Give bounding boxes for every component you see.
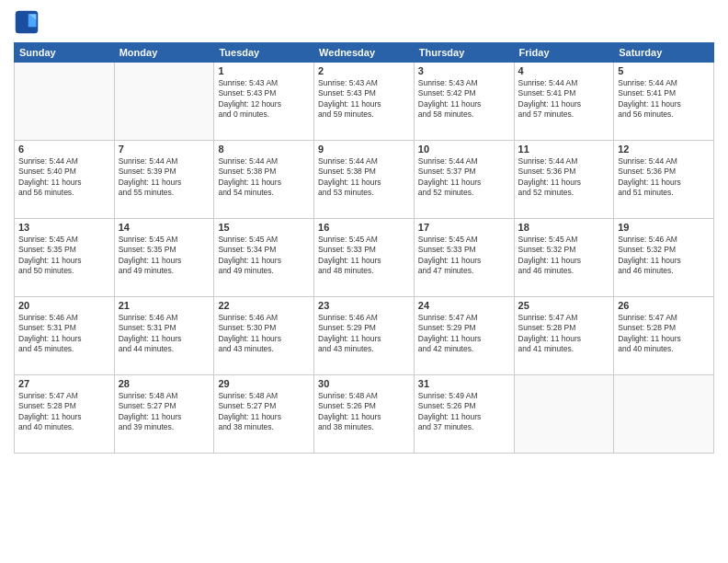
day-info: Sunrise: 5:48 AM Sunset: 5:27 PM Dayligh… — [119, 391, 210, 433]
day-info: Sunrise: 5:44 AM Sunset: 5:36 PM Dayligh… — [618, 156, 710, 199]
day-number: 19 — [618, 222, 710, 233]
calendar-cell: 27Sunrise: 5:47 AM Sunset: 5:28 PM Dayli… — [15, 375, 115, 454]
day-info: Sunrise: 5:44 AM Sunset: 5:37 PM Dayligh… — [418, 156, 510, 199]
day-info: Sunrise: 5:45 AM Sunset: 5:35 PM Dayligh… — [18, 235, 110, 277]
calendar-cell: 12Sunrise: 5:44 AM Sunset: 5:36 PM Dayli… — [614, 141, 714, 219]
calendar-week-5: 27Sunrise: 5:47 AM Sunset: 5:28 PM Dayli… — [15, 375, 714, 454]
day-info: Sunrise: 5:47 AM Sunset: 5:28 PM Dayligh… — [618, 313, 710, 355]
day-number: 9 — [318, 144, 410, 155]
day-info: Sunrise: 5:46 AM Sunset: 5:32 PM Dayligh… — [618, 235, 710, 277]
day-number: 14 — [119, 222, 210, 233]
day-number: 27 — [18, 378, 110, 389]
day-info: Sunrise: 5:45 AM Sunset: 5:34 PM Dayligh… — [218, 235, 310, 277]
weekday-header-monday: Monday — [114, 43, 214, 63]
day-info: Sunrise: 5:46 AM Sunset: 5:31 PM Dayligh… — [18, 313, 110, 355]
day-number: 10 — [418, 144, 510, 155]
day-info: Sunrise: 5:47 AM Sunset: 5:28 PM Dayligh… — [18, 391, 110, 433]
day-number: 28 — [119, 378, 210, 389]
day-number: 11 — [518, 144, 610, 155]
day-number: 12 — [618, 144, 710, 155]
calendar-cell: 9Sunrise: 5:44 AM Sunset: 5:38 PM Daylig… — [314, 141, 415, 219]
calendar-cell: 3Sunrise: 5:43 AM Sunset: 5:42 PM Daylig… — [414, 63, 514, 141]
day-number: 18 — [518, 222, 610, 233]
day-info: Sunrise: 5:43 AM Sunset: 5:43 PM Dayligh… — [318, 78, 410, 121]
day-info: Sunrise: 5:44 AM Sunset: 5:36 PM Dayligh… — [518, 156, 610, 199]
calendar-cell: 25Sunrise: 5:47 AM Sunset: 5:28 PM Dayli… — [514, 297, 614, 375]
day-number: 16 — [318, 222, 410, 233]
calendar-cell: 13Sunrise: 5:45 AM Sunset: 5:35 PM Dayli… — [15, 219, 115, 297]
day-info: Sunrise: 5:45 AM Sunset: 5:35 PM Dayligh… — [119, 235, 210, 277]
calendar-cell: 21Sunrise: 5:46 AM Sunset: 5:31 PM Dayli… — [114, 297, 214, 375]
calendar-cell: 31Sunrise: 5:49 AM Sunset: 5:26 PM Dayli… — [414, 375, 514, 454]
calendar-cell: 4Sunrise: 5:44 AM Sunset: 5:41 PM Daylig… — [514, 63, 614, 141]
day-info: Sunrise: 5:45 AM Sunset: 5:33 PM Dayligh… — [418, 235, 510, 277]
day-number: 1 — [218, 65, 310, 76]
day-number: 21 — [119, 300, 210, 311]
day-number: 29 — [218, 378, 310, 389]
day-info: Sunrise: 5:47 AM Sunset: 5:29 PM Dayligh… — [418, 313, 510, 355]
day-number: 17 — [418, 222, 510, 233]
day-number: 26 — [618, 300, 710, 311]
calendar-cell: 1Sunrise: 5:43 AM Sunset: 5:43 PM Daylig… — [214, 63, 314, 141]
day-info: Sunrise: 5:44 AM Sunset: 5:41 PM Dayligh… — [518, 78, 610, 121]
day-number: 22 — [218, 300, 310, 311]
calendar-cell: 10Sunrise: 5:44 AM Sunset: 5:37 PM Dayli… — [414, 141, 514, 219]
day-info: Sunrise: 5:45 AM Sunset: 5:33 PM Dayligh… — [318, 235, 410, 277]
calendar-cell: 18Sunrise: 5:45 AM Sunset: 5:32 PM Dayli… — [514, 219, 614, 297]
day-info: Sunrise: 5:48 AM Sunset: 5:27 PM Dayligh… — [218, 391, 310, 433]
calendar-cell: 7Sunrise: 5:44 AM Sunset: 5:39 PM Daylig… — [114, 141, 214, 219]
calendar-cell: 30Sunrise: 5:48 AM Sunset: 5:26 PM Dayli… — [314, 375, 415, 454]
day-number: 31 — [418, 378, 510, 389]
day-info: Sunrise: 5:47 AM Sunset: 5:28 PM Dayligh… — [518, 313, 610, 355]
calendar-cell: 24Sunrise: 5:47 AM Sunset: 5:29 PM Dayli… — [414, 297, 514, 375]
calendar-week-1: 1Sunrise: 5:43 AM Sunset: 5:43 PM Daylig… — [15, 63, 714, 141]
weekday-header-sunday: Sunday — [15, 43, 115, 63]
weekday-header-saturday: Saturday — [614, 43, 714, 63]
day-info: Sunrise: 5:46 AM Sunset: 5:29 PM Dayligh… — [318, 313, 410, 355]
calendar-week-4: 20Sunrise: 5:46 AM Sunset: 5:31 PM Dayli… — [15, 297, 714, 375]
day-number: 3 — [418, 65, 510, 76]
calendar-cell: 11Sunrise: 5:44 AM Sunset: 5:36 PM Dayli… — [514, 141, 614, 219]
day-info: Sunrise: 5:44 AM Sunset: 5:38 PM Dayligh… — [218, 156, 310, 199]
day-info: Sunrise: 5:43 AM Sunset: 5:43 PM Dayligh… — [218, 78, 310, 121]
day-info: Sunrise: 5:44 AM Sunset: 5:39 PM Dayligh… — [119, 156, 210, 199]
day-number: 30 — [318, 378, 410, 389]
calendar-cell — [514, 375, 614, 454]
weekday-header-thursday: Thursday — [414, 43, 514, 63]
calendar-cell: 23Sunrise: 5:46 AM Sunset: 5:29 PM Dayli… — [314, 297, 415, 375]
calendar-cell: 28Sunrise: 5:48 AM Sunset: 5:27 PM Dayli… — [114, 375, 214, 454]
page-header — [14, 9, 714, 35]
weekday-header-tuesday: Tuesday — [214, 43, 314, 63]
day-info: Sunrise: 5:46 AM Sunset: 5:30 PM Dayligh… — [218, 313, 310, 355]
day-info: Sunrise: 5:43 AM Sunset: 5:42 PM Dayligh… — [418, 78, 510, 121]
day-info: Sunrise: 5:44 AM Sunset: 5:40 PM Dayligh… — [18, 156, 110, 199]
calendar-cell: 15Sunrise: 5:45 AM Sunset: 5:34 PM Dayli… — [214, 219, 314, 297]
day-info: Sunrise: 5:44 AM Sunset: 5:38 PM Dayligh… — [318, 156, 410, 199]
calendar-cell: 6Sunrise: 5:44 AM Sunset: 5:40 PM Daylig… — [15, 141, 115, 219]
weekday-header-friday: Friday — [514, 43, 614, 63]
calendar-cell: 29Sunrise: 5:48 AM Sunset: 5:27 PM Dayli… — [214, 375, 314, 454]
logo-icon — [14, 9, 40, 35]
day-number: 20 — [18, 300, 110, 311]
weekday-header-wednesday: Wednesday — [314, 43, 415, 63]
day-number: 5 — [618, 65, 710, 76]
day-number: 23 — [318, 300, 410, 311]
day-number: 25 — [518, 300, 610, 311]
day-number: 7 — [119, 144, 210, 155]
calendar-cell: 14Sunrise: 5:45 AM Sunset: 5:35 PM Dayli… — [114, 219, 214, 297]
calendar-cell: 8Sunrise: 5:44 AM Sunset: 5:38 PM Daylig… — [214, 141, 314, 219]
calendar-cell: 5Sunrise: 5:44 AM Sunset: 5:41 PM Daylig… — [614, 63, 714, 141]
calendar-cell — [15, 63, 115, 141]
day-info: Sunrise: 5:48 AM Sunset: 5:26 PM Dayligh… — [318, 391, 410, 433]
calendar-cell: 2Sunrise: 5:43 AM Sunset: 5:43 PM Daylig… — [314, 63, 415, 141]
day-number: 4 — [518, 65, 610, 76]
day-info: Sunrise: 5:45 AM Sunset: 5:32 PM Dayligh… — [518, 235, 610, 277]
calendar-cell: 26Sunrise: 5:47 AM Sunset: 5:28 PM Dayli… — [614, 297, 714, 375]
logo — [14, 9, 43, 35]
day-number: 8 — [218, 144, 310, 155]
day-number: 24 — [418, 300, 510, 311]
calendar-cell: 16Sunrise: 5:45 AM Sunset: 5:33 PM Dayli… — [314, 219, 415, 297]
day-number: 13 — [18, 222, 110, 233]
calendar-cell: 19Sunrise: 5:46 AM Sunset: 5:32 PM Dayli… — [614, 219, 714, 297]
day-number: 2 — [318, 65, 410, 76]
